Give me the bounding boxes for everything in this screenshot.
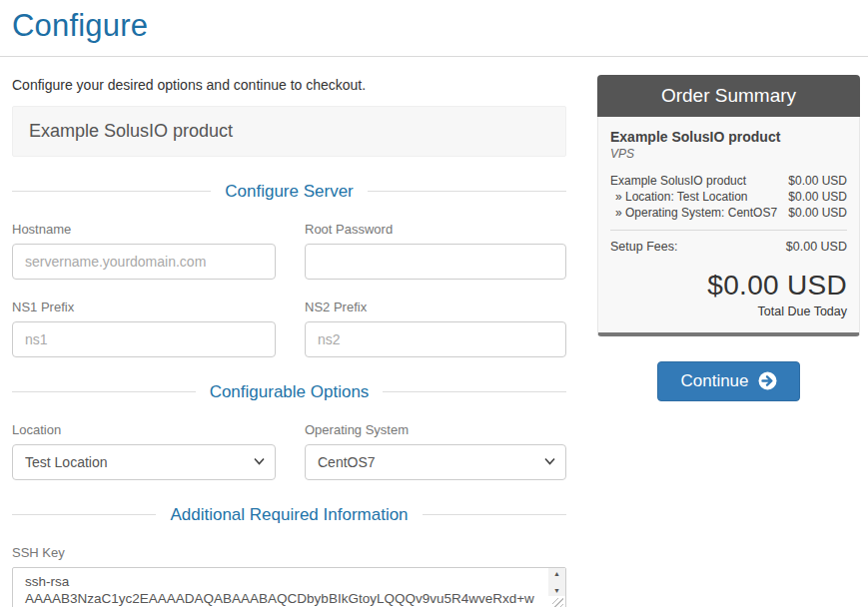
divider-line [12, 191, 211, 192]
summary-product-type: VPS [610, 147, 847, 161]
page-title: Configure [12, 10, 860, 43]
arrow-circle-right-icon [758, 371, 777, 390]
ssh-key-textarea[interactable]: ssh-rsa AAAAB3NzaC1yc2EAAAADAQABAAABAQCD… [12, 567, 566, 607]
divider-line [12, 514, 156, 515]
ns2-prefix-field-group: NS2 Prefix [305, 280, 566, 357]
ns2-prefix-input[interactable] [305, 321, 566, 357]
summary-divider [610, 230, 847, 231]
order-summary-title: Order Summary [597, 75, 860, 117]
ssh-key-field-group: SSH Key ssh-rsa AAAAB3NzaC1yc2EAAAADAQAB… [12, 545, 566, 607]
divider-line [383, 391, 566, 392]
location-select[interactable]: Test Location [12, 444, 276, 480]
ssh-key-label: SSH Key [12, 545, 566, 560]
line-item-price: $0.00 USD [788, 173, 847, 189]
continue-button[interactable]: Continue [657, 361, 799, 401]
operating-system-label: Operating System [305, 422, 566, 437]
section-header-configurable-options: Configurable Options [12, 382, 566, 402]
summary-line-item: » Location: Test Location $0.00 USD [610, 189, 847, 205]
operating-system-field-group: Operating System CentOS7 [305, 402, 566, 480]
section-header-additional-required-information: Additional Required Information [12, 505, 566, 525]
continue-button-label: Continue [680, 371, 748, 391]
section-title: Configurable Options [196, 382, 384, 402]
product-name-well: Example SolusIO product [12, 106, 566, 157]
configure-form-column: Configure your desired options and conti… [12, 57, 566, 607]
line-item-label: Example SolusIO product [610, 173, 746, 189]
section-title: Additional Required Information [156, 505, 422, 525]
order-summary-body: Example SolusIO product VPS Example Solu… [597, 117, 860, 336]
line-item-label: » Location: Test Location [610, 189, 748, 205]
ns1-prefix-input[interactable] [12, 321, 276, 357]
intro-text: Configure your desired options and conti… [12, 77, 566, 93]
setup-fees-label: Setup Fees: [610, 240, 677, 254]
scroll-up-icon[interactable]: ▲ [553, 570, 560, 577]
root-password-input[interactable] [305, 244, 566, 280]
line-item-label: » Operating System: CentOS7 [610, 205, 777, 221]
summary-line-item: » Operating System: CentOS7 $0.00 USD [610, 205, 847, 221]
ns1-prefix-field-group: NS1 Prefix [12, 280, 276, 357]
scroll-down-icon[interactable]: ▼ [553, 587, 560, 594]
ns1-prefix-label: NS1 Prefix [12, 300, 276, 314]
operating-system-select[interactable]: CentOS7 [305, 444, 566, 480]
order-summary-column: Order Summary Example SolusIO product VP… [597, 57, 860, 401]
hostname-input[interactable] [12, 244, 276, 280]
hostname-label: Hostname [12, 222, 276, 237]
divider-line [12, 391, 196, 392]
section-title: Configure Server [211, 182, 368, 202]
line-item-price: $0.00 USD [788, 189, 847, 205]
setup-fees-row: Setup Fees: $0.00 USD [610, 240, 847, 254]
root-password-field-group: Root Password [305, 202, 566, 280]
summary-line-item: Example SolusIO product $0.00 USD [610, 173, 847, 189]
total-amount: $0.00 USD [610, 270, 847, 302]
textarea-scrollbar[interactable]: ▲ ▼ [548, 568, 565, 596]
location-field-group: Location Test Location [12, 402, 276, 480]
configure-page: Configure Configure your desired options… [0, 0, 868, 607]
total-due-today-label: Total Due Today [610, 304, 847, 318]
summary-product-name: Example SolusIO product [610, 129, 847, 145]
line-item-price: $0.00 USD [788, 205, 847, 221]
divider-line [368, 191, 566, 192]
setup-fees-price: $0.00 USD [786, 240, 847, 254]
order-summary-panel: Order Summary Example SolusIO product VP… [597, 75, 860, 336]
location-label: Location [12, 422, 276, 437]
divider-line [423, 514, 566, 515]
ns2-prefix-label: NS2 Prefix [305, 300, 566, 314]
root-password-label: Root Password [305, 222, 566, 237]
resize-grip-icon[interactable] [552, 598, 563, 607]
hostname-field-group: Hostname [12, 202, 276, 280]
section-header-configure-server: Configure Server [12, 182, 566, 202]
